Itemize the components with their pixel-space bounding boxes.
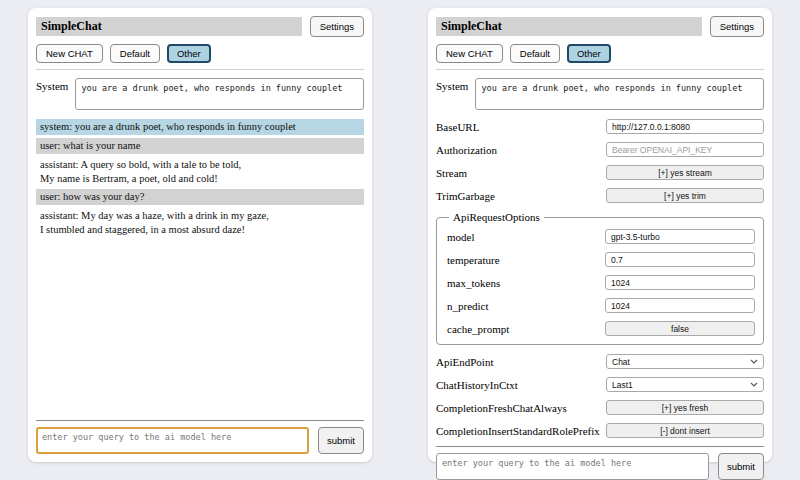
trimgarbage-toggle-button[interactable]: [+] yes trim [606,188,764,203]
setting-row-temperature: temperature [447,252,755,267]
apiendpoint-select[interactable]: Chat [606,354,764,369]
submit-button[interactable]: submit [318,427,364,454]
api-request-options-legend: ApiRequestOptions [449,211,544,223]
chat-message-assistant: assistant: My day was a haze, with a dri… [36,208,364,238]
settings-button[interactable]: Settings [310,16,364,37]
query-textarea[interactable] [36,427,309,454]
query-textarea[interactable] [436,453,709,480]
temperature-label: temperature [447,254,500,266]
system-prompt-textarea[interactable]: you are a drunk poet, who responds in fu… [475,78,764,110]
stream-toggle-button[interactable]: [+] yes stream [606,165,764,180]
chathistoryinctxt-select[interactable]: Last1 [606,377,764,392]
tab-other[interactable]: Other [167,44,211,63]
settings-panel: SimpleChat Settings New CHAT Default Oth… [428,8,772,462]
cache-prompt-toggle-button[interactable]: false [605,321,755,336]
setting-row-trimgarbage: TrimGarbage [+] yes trim [436,188,764,203]
chat-message-user: user: what is your name [36,138,364,154]
n-predict-input[interactable] [605,298,755,313]
api-request-options-fieldset: ApiRequestOptions model temperature max_… [436,211,764,345]
setting-row-completionfreshchatalways: CompletionFreshChatAlways [+] yes fresh [436,400,764,415]
baseurl-label: BaseURL [436,121,479,133]
chathistoryinctxt-label: ChatHistoryInCtxt [436,379,518,391]
completioninsertstandardroleprefix-label: CompletionInsertStandardRolePrefix [436,425,600,437]
new-chat-button[interactable]: New CHAT [36,44,103,63]
setting-row-apiendpoint: ApiEndPoint Chat [436,354,764,369]
n-predict-label: n_predict [447,300,489,312]
system-label: System [436,78,468,110]
authorization-input[interactable] [606,142,764,157]
chat-message-user: user: how was your day? [36,189,364,205]
apiendpoint-selected-value: Chat [612,357,630,367]
chevron-down-icon [750,359,758,364]
setting-row-max-tokens: max_tokens [447,275,755,290]
trimgarbage-label: TrimGarbage [436,190,495,202]
composer: submit [436,446,764,480]
setting-row-cache-prompt: cache_prompt false [447,321,755,336]
system-prompt-textarea[interactable]: you are a drunk poet, who responds in fu… [75,78,364,110]
setting-row-model: model [447,229,755,244]
temperature-input[interactable] [605,252,755,267]
completionfreshchatalways-toggle-button[interactable]: [+] yes fresh [606,400,764,415]
composer: submit [36,420,364,454]
cache-prompt-label: cache_prompt [447,323,509,335]
toolbar-divider [436,69,764,70]
system-prompt-row: System you are a drunk poet, who respond… [36,78,364,110]
session-toolbar: New CHAT Default Other [36,44,364,63]
max-tokens-label: max_tokens [447,277,500,289]
settings-form: BaseURL Authorization Stream [+] yes str… [436,119,764,446]
chat-message-assistant: assistant: A query so bold, with a tale … [36,157,364,187]
completioninsertstandardroleprefix-toggle-button[interactable]: [-] dont insert [606,423,764,438]
session-toolbar: New CHAT Default Other [436,44,764,63]
baseurl-input[interactable] [606,119,764,134]
max-tokens-input[interactable] [605,275,755,290]
composer-divider [36,420,364,421]
app-title: SimpleChat [36,17,302,36]
header: SimpleChat Settings [36,16,364,37]
setting-row-chathistoryinctxt: ChatHistoryInCtxt Last1 [436,377,764,392]
setting-row-baseurl: BaseURL [436,119,764,134]
model-label: model [447,231,475,243]
tab-default[interactable]: Default [510,44,560,63]
tab-other[interactable]: Other [567,44,611,63]
model-input[interactable] [605,229,755,244]
submit-button[interactable]: submit [718,453,764,480]
tab-default[interactable]: Default [110,44,160,63]
chat-panel: SimpleChat Settings New CHAT Default Oth… [28,8,372,462]
apiendpoint-label: ApiEndPoint [436,356,493,368]
header: SimpleChat Settings [436,16,764,37]
system-label: System [36,78,68,110]
toolbar-divider [36,69,364,70]
composer-divider [436,446,764,447]
setting-row-stream: Stream [+] yes stream [436,165,764,180]
settings-button[interactable]: Settings [710,16,764,37]
chathistoryinctxt-selected-value: Last1 [612,380,633,390]
stream-label: Stream [436,167,467,179]
setting-row-completioninsertstandardroleprefix: CompletionInsertStandardRolePrefix [-] d… [436,423,764,438]
app-title: SimpleChat [436,17,702,36]
completionfreshchatalways-label: CompletionFreshChatAlways [436,402,567,414]
setting-row-authorization: Authorization [436,142,764,157]
system-prompt-row: System you are a drunk poet, who respond… [436,78,764,110]
chat-message-system: system: you are a drunk poet, who respon… [36,119,364,135]
setting-row-n-predict: n_predict [447,298,755,313]
new-chat-button[interactable]: New CHAT [436,44,503,63]
authorization-label: Authorization [436,144,497,156]
chat-history: system: you are a drunk poet, who respon… [36,119,364,420]
chevron-down-icon [750,382,758,387]
